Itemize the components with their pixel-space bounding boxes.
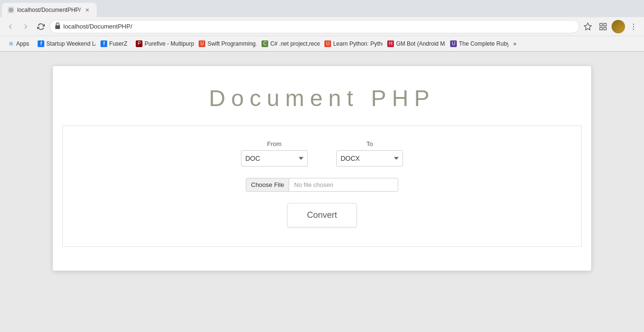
converter-box: From DOC DOCX PDF ODT To DOCX DOC PDF OD…: [62, 126, 582, 247]
url-text: localhost/DocumentPHP/: [63, 23, 564, 30]
fuserz-favicon: f: [101, 40, 107, 47]
bookmark-python-label: Learn Python: Pytho…: [333, 40, 382, 47]
tab-grid-button[interactable]: [596, 20, 610, 33]
bookmark-csharp-label: C# .net project,recen…: [270, 40, 320, 47]
bookmark-swift[interactable]: U Swift Programming…: [195, 39, 257, 49]
bookmark-startup-label: Startup Weekend La…: [46, 40, 96, 47]
menu-button[interactable]: [627, 20, 640, 33]
bookmark-apps-label: Apps: [16, 40, 29, 47]
python-favicon: U: [324, 40, 331, 47]
bookmark-purefive[interactable]: P Purefive - Multipurp…: [132, 39, 194, 49]
nav-icons-right: [581, 20, 640, 33]
to-group: To DOCX DOC PDF ODT: [336, 140, 403, 166]
tab-close-button[interactable]: ×: [83, 6, 91, 14]
forward-button[interactable]: [19, 20, 32, 33]
file-input-wrapper: Choose File No file chosen: [246, 178, 398, 192]
svg-rect-1: [55, 25, 60, 29]
bookmark-python[interactable]: U Learn Python: Pytho…: [321, 39, 382, 49]
page-content: Document PHP From DOC DOCX PDF ODT To D: [0, 52, 644, 332]
svg-rect-6: [604, 27, 606, 29]
reload-button[interactable]: [34, 20, 48, 33]
bookmark-purefive-label: Purefive - Multipurp…: [144, 40, 194, 47]
bookmark-more[interactable]: »: [509, 39, 520, 49]
svg-point-7: [633, 23, 634, 24]
bookmark-apps[interactable]: ⊞ Apps: [4, 39, 33, 49]
nav-bar: localhost/DocumentPHP/: [0, 17, 644, 36]
from-select[interactable]: DOC DOCX PDF ODT: [241, 150, 308, 166]
file-name-display: No file chosen: [289, 178, 398, 191]
gmbot-favicon: H: [387, 40, 394, 47]
csharp-favicon: C: [262, 40, 268, 47]
back-button[interactable]: [4, 20, 17, 33]
tab-favicon: [8, 7, 14, 13]
user-avatar[interactable]: [612, 20, 625, 33]
purefive-favicon: P: [136, 40, 142, 47]
format-row: From DOC DOCX PDF ODT To DOCX DOC PDF OD…: [241, 140, 403, 166]
startup-favicon: f: [38, 40, 44, 47]
svg-point-9: [633, 29, 634, 29]
bookmark-gmbot-label: GM Bot (Android Ma…: [396, 40, 445, 47]
swift-favicon: U: [199, 40, 205, 47]
tab-title: localhost/DocumentPHP/: [17, 7, 80, 13]
bookmark-ruby[interactable]: U The Complete Ruby…: [446, 39, 508, 49]
to-select[interactable]: DOCX DOC PDF ODT: [336, 150, 403, 166]
convert-button[interactable]: Convert: [287, 203, 356, 227]
browser-chrome: localhost/DocumentPHP/ × localhost/Docum…: [0, 0, 644, 52]
file-input-row: Choose File No file chosen: [246, 178, 398, 192]
ruby-favicon: U: [450, 40, 457, 47]
main-card: Document PHP From DOC DOCX PDF ODT To D: [53, 66, 591, 271]
bookmark-csharp[interactable]: C C# .net project,recen…: [258, 39, 320, 49]
address-bar[interactable]: localhost/DocumentPHP/: [50, 20, 579, 33]
apps-favicon: ⊞: [8, 40, 14, 47]
bookmark-gmbot[interactable]: H GM Bot (Android Ma…: [383, 39, 445, 49]
svg-rect-5: [600, 27, 602, 29]
active-tab[interactable]: localhost/DocumentPHP/ ×: [2, 3, 97, 17]
bookmark-startup[interactable]: f Startup Weekend La…: [34, 39, 96, 49]
more-label: »: [513, 40, 516, 47]
tab-bar: localhost/DocumentPHP/ ×: [0, 0, 644, 17]
svg-rect-4: [604, 23, 606, 26]
app-title: Document PHP: [209, 85, 435, 111]
bookmarks-bar: ⊞ Apps f Startup Weekend La… f FuserZ P …: [0, 36, 644, 51]
security-icon: [55, 22, 60, 30]
bookmark-fuserz[interactable]: f FuserZ: [97, 39, 131, 49]
to-label: To: [336, 140, 403, 147]
from-group: From DOC DOCX PDF ODT: [241, 140, 308, 166]
bookmark-star-button[interactable]: [581, 20, 594, 33]
from-label: From: [241, 140, 308, 147]
svg-point-8: [633, 26, 634, 27]
bookmark-ruby-label: The Complete Ruby…: [459, 40, 508, 47]
bookmark-fuserz-label: FuserZ: [109, 40, 127, 47]
svg-point-0: [9, 8, 13, 12]
svg-rect-3: [600, 23, 602, 26]
svg-marker-2: [584, 23, 592, 29]
bookmark-swift-label: Swift Programming…: [207, 40, 257, 47]
choose-file-button[interactable]: Choose File: [246, 178, 289, 191]
